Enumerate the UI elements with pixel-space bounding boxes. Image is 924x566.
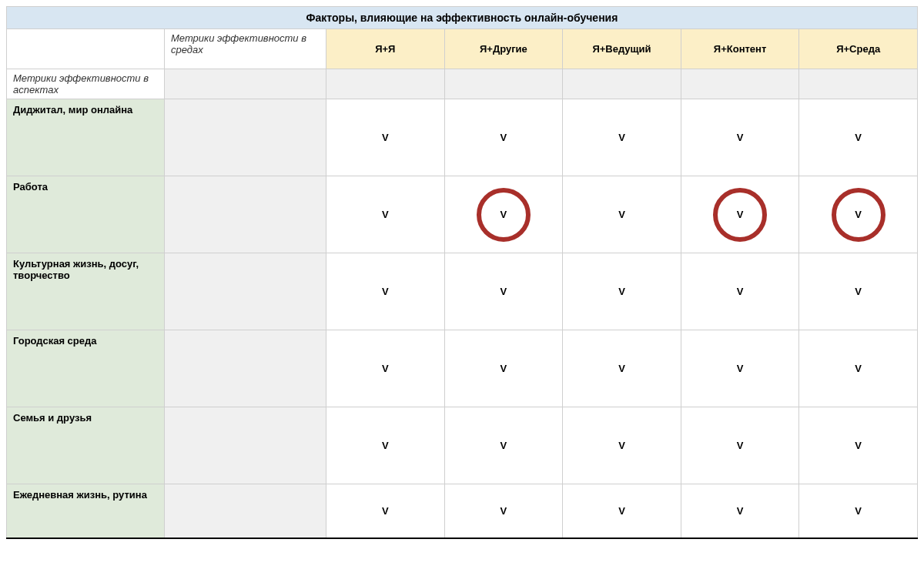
cell-mark: V — [500, 286, 507, 297]
cell-mark: V — [737, 209, 744, 220]
cell-mark: V — [382, 286, 389, 297]
cell-4-3: V — [681, 407, 799, 484]
cell-mark: V — [500, 363, 507, 374]
cell-5-0: V — [326, 484, 445, 538]
factors-table: Факторы, влияющие на эффективность онлай… — [6, 6, 918, 539]
cell-5-2: V — [563, 484, 681, 538]
table-row: Диджитал, мир онлайна V V V V V — [7, 99, 918, 176]
corner-cell — [7, 29, 165, 69]
cell-3-1: V — [444, 330, 563, 407]
cell-mark: V — [618, 363, 625, 374]
filler-cell — [165, 253, 326, 330]
table-row: Семья и друзья V V V V V — [7, 407, 918, 484]
cell-mark: V — [737, 505, 744, 517]
row-label-3: Городская среда — [7, 330, 165, 407]
cell-5-3: V — [681, 484, 799, 538]
cell-2-4: V — [799, 253, 918, 330]
cell-mark: V — [382, 505, 389, 517]
col-head-4: Я+Среда — [799, 29, 918, 69]
cell-mark: V — [618, 505, 625, 517]
filler-cell — [165, 176, 326, 253]
cell-1-0: V — [326, 176, 445, 253]
cell-0-1: V — [444, 99, 563, 176]
column-header-row: Метрики эффективности в средах Я+Я Я+Дру… — [7, 29, 918, 69]
cell-0-0: V — [326, 99, 445, 176]
col-head-2: Я+Ведущий — [563, 29, 681, 69]
cell-3-0: V — [326, 330, 445, 407]
row-label-4: Семья и друзья — [7, 407, 165, 484]
filler-cell — [165, 484, 326, 538]
cell-4-2: V — [563, 407, 681, 484]
cell-mark: V — [855, 209, 862, 220]
cell-3-3: V — [681, 330, 799, 407]
env-metrics-header: Метрики эффективности в средах — [165, 29, 326, 69]
filler-cell — [799, 69, 918, 99]
cell-mark: V — [500, 440, 507, 451]
cell-mark: V — [618, 440, 625, 451]
cell-mark: V — [737, 132, 744, 143]
row-label-5: Ежедневная жизнь, рутина — [7, 484, 165, 538]
cell-0-3: V — [681, 99, 799, 176]
cell-mark: V — [618, 209, 625, 220]
cell-mark: V — [382, 363, 389, 374]
filler-cell — [165, 99, 326, 176]
cell-1-4: V — [799, 176, 918, 253]
cell-1-1: V — [444, 176, 563, 253]
filler-cell — [444, 69, 563, 99]
cell-mark: V — [382, 209, 389, 220]
table-row: Городская среда V V V V V — [7, 330, 918, 407]
cell-mark: V — [855, 505, 862, 517]
cell-mark: V — [737, 440, 744, 451]
cell-mark: V — [737, 363, 744, 374]
cell-mark: V — [500, 209, 507, 220]
col-head-3: Я+Контент — [681, 29, 799, 69]
cell-mark: V — [618, 132, 625, 143]
cell-mark: V — [737, 286, 744, 297]
title-row: Факторы, влияющие на эффективность онлай… — [7, 7, 918, 29]
cell-4-0: V — [326, 407, 445, 484]
row-label-2: Культурная жизнь, досуг, творчество — [7, 253, 165, 330]
cell-mark: V — [855, 286, 862, 297]
cell-5-1: V — [444, 484, 563, 538]
cell-mark: V — [855, 440, 862, 451]
cell-1-2: V — [563, 176, 681, 253]
cell-0-4: V — [799, 99, 918, 176]
aspect-header-row: Метрики эффективности в аспектах — [7, 69, 918, 99]
col-head-0: Я+Я — [326, 29, 445, 69]
cell-mark: V — [382, 440, 389, 451]
filler-cell — [563, 69, 681, 99]
cell-4-1: V — [444, 407, 563, 484]
table-row: Работа V V V V V — [7, 176, 918, 253]
filler-cell — [681, 69, 799, 99]
cell-2-3: V — [681, 253, 799, 330]
cell-mark: V — [618, 286, 625, 297]
filler-cell — [165, 407, 326, 484]
filler-cell — [165, 69, 326, 99]
cell-1-3: V — [681, 176, 799, 253]
col-head-1: Я+Другие — [444, 29, 563, 69]
cell-3-2: V — [563, 330, 681, 407]
row-label-0: Диджитал, мир онлайна — [7, 99, 165, 176]
cell-0-2: V — [563, 99, 681, 176]
cell-5-4: V — [799, 484, 918, 538]
cell-4-4: V — [799, 407, 918, 484]
cell-mark: V — [500, 505, 507, 517]
table-row: Культурная жизнь, досуг, творчество V V … — [7, 253, 918, 330]
cell-3-4: V — [799, 330, 918, 407]
cell-mark: V — [855, 363, 862, 374]
table-title: Факторы, влияющие на эффективность онлай… — [7, 7, 918, 29]
filler-cell — [165, 330, 326, 407]
filler-cell — [326, 69, 445, 99]
cell-2-0: V — [326, 253, 445, 330]
cell-mark: V — [500, 132, 507, 143]
row-label-1: Работа — [7, 176, 165, 253]
cell-mark: V — [855, 132, 862, 143]
table-row: Ежедневная жизнь, рутина V V V V V — [7, 484, 918, 538]
cell-2-1: V — [444, 253, 563, 330]
cell-2-2: V — [563, 253, 681, 330]
aspect-metrics-header: Метрики эффективности в аспектах — [7, 69, 165, 99]
cell-mark: V — [382, 132, 389, 143]
